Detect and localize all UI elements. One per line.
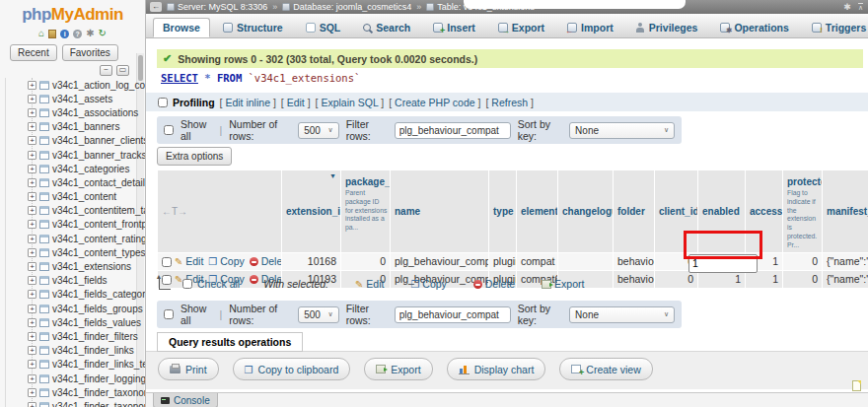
column-header-protected[interactable]: protectedFlag to indicate if the extensi… bbox=[783, 170, 823, 253]
copy-row-link[interactable]: Copy bbox=[208, 255, 244, 267]
with-selected-copy[interactable]: Copy bbox=[410, 278, 446, 290]
expand-icon[interactable] bbox=[28, 151, 36, 160]
expand-icon[interactable] bbox=[28, 402, 36, 407]
display-chart-button[interactable]: Display chart bbox=[447, 358, 546, 380]
column-header-manifest-cache[interactable]: manifest_cache bbox=[823, 170, 868, 253]
column-header-folder[interactable]: folder bbox=[614, 170, 655, 253]
expand-icon[interactable] bbox=[28, 95, 36, 103]
edit-inline-link[interactable]: Edit inline bbox=[225, 97, 270, 108]
sidebar-item-table[interactable]: v34c1_finder_filters bbox=[28, 329, 145, 343]
sidebar-item-table[interactable]: v34c1_finder_links bbox=[28, 344, 145, 358]
column-header-access[interactable]: access bbox=[746, 170, 783, 253]
sidebar-item-table[interactable]: v34c1_banners bbox=[28, 120, 145, 134]
sidebar-item-table[interactable]: v34c1_fields_groups bbox=[28, 302, 145, 315]
column-header-extension-id[interactable]: extension_id▼ bbox=[282, 170, 341, 253]
expand-icon[interactable] bbox=[28, 136, 36, 145]
tab-import[interactable]: Import bbox=[557, 18, 623, 37]
expand-icon[interactable] bbox=[28, 346, 36, 355]
sidebar-item-table[interactable]: v34c1_associations bbox=[28, 105, 145, 119]
profiling-checkbox[interactable] bbox=[158, 98, 168, 107]
show-all-checkbox[interactable] bbox=[164, 125, 174, 135]
expand-icon[interactable] bbox=[28, 178, 36, 187]
expand-icon[interactable] bbox=[28, 374, 36, 383]
number-of-rows-select[interactable]: 500∨ bbox=[298, 122, 338, 139]
tab-triggers[interactable]: Triggers bbox=[802, 18, 868, 37]
delete-row-link[interactable]: Delete bbox=[250, 255, 282, 267]
expand-icon[interactable] bbox=[28, 388, 36, 397]
sidebar-item-table[interactable]: v34c1_banner_tracks bbox=[28, 148, 145, 162]
tab-export[interactable]: Export bbox=[488, 18, 554, 37]
sidebar-item-table[interactable]: v34c1_fields_values bbox=[28, 315, 145, 329]
expand-icon[interactable] bbox=[28, 248, 36, 257]
expand-icon[interactable] bbox=[28, 81, 36, 90]
sort-by-key-select[interactable]: None∨ bbox=[569, 122, 675, 139]
expand-icon[interactable] bbox=[28, 192, 36, 201]
export-button[interactable]: Export bbox=[364, 358, 432, 380]
page-settings-icon[interactable]: ✱ bbox=[843, 2, 851, 12]
sort-by-key-select[interactable]: None∨ bbox=[569, 306, 675, 323]
column-header-client-id[interactable]: client_id bbox=[655, 170, 698, 253]
expand-icon[interactable] bbox=[28, 305, 36, 313]
expand-icon[interactable] bbox=[28, 360, 36, 369]
sidebar-item-table-extensions[interactable]: v34c1_extensions bbox=[28, 259, 145, 273]
with-selected-edit[interactable]: Edit bbox=[355, 278, 384, 290]
recent-button[interactable]: Recent bbox=[10, 44, 57, 61]
unlink-panel-icon[interactable]: ▭ bbox=[116, 65, 129, 76]
sidebar-item-table[interactable]: v34c1_content_frontpage bbox=[28, 218, 145, 232]
copy-to-clipboard-button[interactable]: Copy to clipboard bbox=[233, 358, 351, 380]
tab-insert[interactable]: Insert bbox=[423, 18, 485, 37]
expand-icon[interactable] bbox=[28, 122, 36, 131]
check-all-checkbox[interactable] bbox=[182, 279, 192, 289]
sidebar-item-table[interactable]: v34c1_finder_links_terms bbox=[28, 358, 145, 372]
sidebar-item-table[interactable]: v34c1_content_types bbox=[28, 245, 145, 259]
expand-icon[interactable] bbox=[28, 332, 36, 341]
sidebar-item-table[interactable]: v34c1_categories bbox=[28, 162, 145, 175]
tab-search[interactable]: Search bbox=[353, 18, 420, 37]
enabled-inline-edit-input[interactable] bbox=[688, 254, 758, 273]
with-selected-export[interactable]: Export bbox=[542, 278, 584, 290]
expand-icon[interactable] bbox=[28, 276, 36, 285]
row-checkbox[interactable] bbox=[162, 257, 172, 267]
sidebar-item-table[interactable]: v34c1_finder_taxonomy_map bbox=[28, 399, 145, 407]
sidebar-item-table[interactable]: v34c1_contentitem_tag_map bbox=[28, 204, 145, 218]
sidebar-item-table[interactable]: v34c1_fields_categories bbox=[28, 288, 145, 302]
favorites-button[interactable]: Favorites bbox=[62, 44, 118, 61]
sidebar-item-table[interactable]: v34c1_finder_logging bbox=[28, 372, 145, 385]
sidebar-item-table[interactable]: v34c1_content_rating bbox=[28, 232, 145, 245]
sidebar-item-table[interactable]: v34c1_content bbox=[28, 190, 145, 204]
expand-icon[interactable] bbox=[28, 235, 36, 243]
column-header-type[interactable]: type bbox=[489, 170, 517, 253]
tab-sql[interactable]: SQL bbox=[296, 18, 351, 37]
column-header-element[interactable]: element bbox=[517, 170, 558, 253]
expand-icon[interactable] bbox=[28, 206, 36, 215]
sidebar-item-table[interactable]: v34c1_contact_details bbox=[28, 175, 145, 189]
refresh-link[interactable]: Refresh bbox=[491, 97, 528, 108]
create-view-button[interactable]: Create view bbox=[559, 358, 652, 380]
sidebar-item-table[interactable]: v34c1_fields bbox=[28, 274, 145, 288]
back-button[interactable]: ← bbox=[150, 2, 162, 12]
collapse-panel-icon[interactable]: ∧ bbox=[858, 3, 863, 11]
expand-icon[interactable] bbox=[28, 108, 36, 117]
show-all-checkbox[interactable] bbox=[164, 309, 174, 319]
create-php-code-link[interactable]: Create PHP code bbox=[395, 97, 475, 108]
page-corner-icon[interactable] bbox=[852, 380, 861, 391]
filter-rows-input[interactable] bbox=[395, 306, 511, 323]
column-header-package-id[interactable]: package_idParent package ID for extensio… bbox=[341, 170, 391, 253]
filter-rows-input[interactable] bbox=[395, 122, 511, 139]
info-icon[interactable]: i bbox=[60, 30, 69, 38]
expand-icon[interactable] bbox=[28, 290, 36, 299]
console-toggle[interactable]: Console bbox=[153, 393, 218, 407]
with-selected-delete[interactable]: Delete bbox=[473, 278, 515, 290]
help-icon[interactable]: ? bbox=[73, 30, 82, 38]
sidebar-item-table[interactable]: v34c1_finder_taxonomy bbox=[28, 385, 145, 399]
tab-privileges[interactable]: Privileges bbox=[626, 18, 708, 37]
expand-icon[interactable] bbox=[28, 262, 36, 271]
check-all-link[interactable]: Check all bbox=[197, 278, 240, 290]
tab-structure[interactable]: Structure bbox=[213, 18, 293, 37]
column-header-changelogurl[interactable]: changelogurl bbox=[558, 170, 614, 253]
column-header-name[interactable]: name bbox=[391, 170, 489, 253]
column-header-enabled[interactable]: enabled bbox=[698, 170, 746, 253]
edit-link[interactable]: Edit bbox=[287, 97, 305, 108]
print-button[interactable]: Print bbox=[158, 358, 219, 380]
home-icon[interactable]: ⌂ bbox=[38, 29, 44, 38]
